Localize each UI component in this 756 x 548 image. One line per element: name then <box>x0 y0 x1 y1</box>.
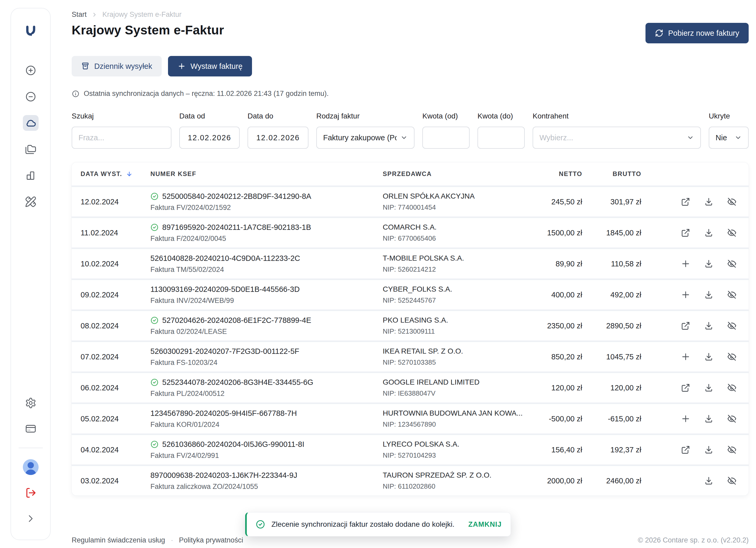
open-invoice-button[interactable] <box>681 228 690 237</box>
date-to-input[interactable] <box>254 133 302 142</box>
fetch-invoices-button[interactable]: Pobierz nowe faktury <box>645 23 749 43</box>
seller-nip: NIP: IE6388047V <box>383 389 532 398</box>
ksef-verified-icon <box>150 316 159 325</box>
archive-icon <box>81 62 90 70</box>
add-invoice-button[interactable] <box>681 259 690 268</box>
contractor-select[interactable]: Wybierz... <box>533 127 701 149</box>
sidebar-item-documents[interactable] <box>23 141 39 157</box>
sync-toast: Zlecenie synchronizacji faktur zostało d… <box>245 512 511 536</box>
avatar[interactable] <box>23 459 39 475</box>
column-header-netto[interactable]: NETTO <box>532 170 582 177</box>
sidebar-collapse-toggle[interactable] <box>23 511 39 526</box>
invoices-table: DATA WYST. NUMER KSEF SPRZEDAWCA NETTO B… <box>72 162 749 495</box>
hide-invoice-button[interactable] <box>727 321 737 331</box>
download-invoice-button[interactable] <box>704 259 713 268</box>
download-invoice-button[interactable] <box>704 197 713 206</box>
invoice-date: 04.02.2024 <box>81 446 150 454</box>
open-invoice-button[interactable] <box>681 383 690 393</box>
search-label: Szukaj <box>72 112 171 120</box>
hide-invoice-button[interactable] <box>727 476 737 486</box>
ksef-number: 8970009638-20240203-1J6K7H-223344-9J <box>150 471 297 480</box>
hide-invoice-button[interactable] <box>727 352 737 362</box>
netto-amount: 1500,00 zł <box>532 228 582 237</box>
sidebar-item-tools[interactable] <box>23 194 39 210</box>
search-input[interactable] <box>78 133 165 142</box>
seller-name: GOOGLE IRELAND LIMITED <box>383 378 532 387</box>
plus-circle-icon <box>25 65 36 76</box>
app-logo-icon[interactable] <box>23 25 38 39</box>
add-invoice-button[interactable] <box>681 414 690 424</box>
amount-from-input[interactable] <box>429 133 463 142</box>
download-invoice-button[interactable] <box>704 352 713 362</box>
ksef-number: 5252344078-20240206-8G3H4E-334455-6G <box>162 378 313 387</box>
seller-nip: NIP: 1234567890 <box>383 420 532 429</box>
add-invoice-button[interactable] <box>681 352 690 362</box>
ksef-number: 1130093169-20240209-5D0E1B-445566-3D <box>150 285 300 294</box>
sidebar-item-settings[interactable] <box>23 395 39 411</box>
toast-message: Zlecenie synchronizacji faktur zostało d… <box>271 520 462 529</box>
seller-name: PKO LEASING S.A. <box>383 316 532 325</box>
hide-invoice-button[interactable] <box>727 290 737 300</box>
download-invoice-button[interactable] <box>704 321 713 331</box>
download-invoice-button[interactable] <box>704 476 713 486</box>
column-header-brutto[interactable]: BRUTTO <box>582 170 641 177</box>
breadcrumb-start[interactable]: Start <box>72 11 87 19</box>
brutto-amount: -615,00 zł <box>582 415 641 423</box>
invoice-type-select[interactable]: Faktury zakupowe (Po <box>316 127 414 149</box>
brutto-amount: 110,58 zł <box>582 259 641 268</box>
hide-invoice-button[interactable] <box>727 228 737 237</box>
ksef-verified-icon <box>150 378 159 387</box>
privacy-link[interactable]: Polityka prywatności <box>179 536 243 544</box>
sidebar-item-add[interactable] <box>23 62 39 78</box>
hidden-select[interactable]: Nie <box>709 127 749 149</box>
seller-nip: NIP: 5213009111 <box>383 327 532 336</box>
invoice-date: 10.02.2024 <box>81 259 150 268</box>
sidebar-item-billing[interactable] <box>23 421 39 437</box>
download-invoice-button[interactable] <box>704 445 713 455</box>
toast-close-button[interactable]: ZAMKNIJ <box>468 520 502 529</box>
hide-invoice-button[interactable] <box>727 414 737 424</box>
hide-invoice-button[interactable] <box>727 197 737 206</box>
chevron-right-icon <box>91 12 98 18</box>
minus-circle-icon <box>25 91 36 102</box>
refresh-icon <box>655 29 663 37</box>
column-header-date[interactable]: DATA WYST. <box>81 170 150 177</box>
chevron-right-icon <box>25 513 36 524</box>
download-invoice-button[interactable] <box>704 228 713 237</box>
shipment-journal-button[interactable]: Dziennik wysyłek <box>72 56 162 76</box>
date-from-label: Data od <box>179 112 240 120</box>
terms-link[interactable]: Regulamin świadczenia usług <box>72 536 165 544</box>
open-invoice-button[interactable] <box>681 445 690 455</box>
sort-desc-icon[interactable] <box>126 170 133 177</box>
column-header-seller[interactable]: SPRZEDAWCA <box>383 170 532 177</box>
hide-invoice-button[interactable] <box>727 445 737 455</box>
add-invoice-button[interactable] <box>681 290 690 300</box>
seller-nip: NIP: 5260214212 <box>383 265 532 273</box>
amount-to-label: Kwota (do) <box>477 112 525 120</box>
issue-invoice-button[interactable]: Wystaw fakturę <box>168 56 252 76</box>
bar-chart-icon <box>25 170 36 181</box>
open-invoice-button[interactable] <box>681 197 690 206</box>
invoice-date: 03.02.2024 <box>81 477 150 485</box>
invoice-reference: Faktura KOR/01/2024 <box>150 421 383 429</box>
filters-bar: Szukaj Data od Data do Rodzaj faktur Fak… <box>72 112 749 149</box>
table-row: 04.02.2024 5261036860-20240204-0I5J6G-99… <box>72 434 749 465</box>
sidebar-item-remove[interactable] <box>23 89 39 104</box>
download-invoice-button[interactable] <box>704 290 713 300</box>
sidebar-item-reports[interactable] <box>23 168 39 183</box>
contractor-label: Kontrahent <box>533 112 701 120</box>
hide-invoice-button[interactable] <box>727 383 737 393</box>
hide-invoice-button[interactable] <box>727 259 737 268</box>
invoice-reference: Faktura FS-10203/24 <box>150 359 383 367</box>
download-invoice-button[interactable] <box>704 414 713 424</box>
open-invoice-button[interactable] <box>681 321 690 331</box>
invoice-date: 08.02.2024 <box>81 322 150 330</box>
brutto-amount: 120,00 zł <box>582 384 641 392</box>
amount-to-input[interactable] <box>484 133 518 142</box>
date-from-input[interactable] <box>186 133 233 142</box>
download-invoice-button[interactable] <box>704 383 713 393</box>
column-header-ksef[interactable]: NUMER KSEF <box>150 170 383 177</box>
sidebar-item-ksef-cloud[interactable] <box>23 115 39 131</box>
seller-name: TAURON SPRZEDAŻ SP. Z O.O. <box>383 471 532 479</box>
sidebar-item-logout[interactable] <box>23 485 39 501</box>
